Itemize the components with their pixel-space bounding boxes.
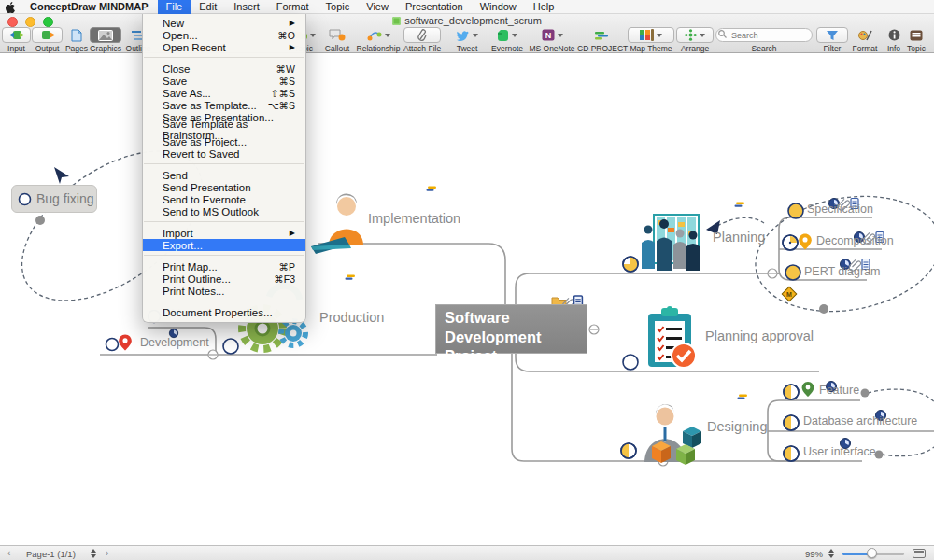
pages-button[interactable]: Pages <box>64 27 90 53</box>
menu-item-close[interactable]: Close⌘W <box>143 63 305 75</box>
progress-ui-50 <box>784 446 799 461</box>
topic-decomposition[interactable]: Decomposition <box>816 234 894 247</box>
menu-view[interactable]: View <box>358 0 397 14</box>
next-page-button[interactable]: › <box>106 548 108 558</box>
zoom-slider-handle[interactable] <box>867 548 877 558</box>
menu-file[interactable]: File <box>158 0 191 14</box>
menu-item-revert-to-saved[interactable]: Revert to Saved <box>143 147 305 160</box>
file-menu-dropdown: New▶ Open...⌘O Open Recent▶ Close⌘W Save… <box>142 14 306 323</box>
menu-presentation[interactable]: Presentation <box>397 0 472 14</box>
ms-onenote-button[interactable]: N MS OneNote <box>529 27 575 53</box>
callout-icon <box>329 29 346 41</box>
menu-window[interactable]: Window <box>472 0 525 14</box>
svg-text:M: M <box>786 291 792 298</box>
evernote-button[interactable]: Evernote <box>488 27 527 53</box>
callout-button[interactable]: Callout <box>319 27 355 53</box>
topic-planning[interactable]: Planning <box>713 230 765 245</box>
format-button[interactable]: Format <box>848 27 882 53</box>
menu-item-document-properties[interactable]: Document Properties... <box>143 306 305 318</box>
relationship-button[interactable]: Relationship <box>355 27 402 53</box>
topic-planning-approval[interactable]: Planning approval <box>705 329 814 343</box>
output-icon <box>40 29 55 41</box>
collapse-handle[interactable] <box>208 350 218 359</box>
filter-icon <box>827 30 838 41</box>
menu-separator <box>144 301 304 301</box>
toolbar: software_development_scrum Input Output … <box>0 14 934 53</box>
link-dot-feature[interactable] <box>861 389 870 398</box>
menu-item-save-as-template[interactable]: Save as Template...⌥⌘S <box>143 99 305 111</box>
menu-item-import[interactable]: Import▶ <box>143 227 305 239</box>
search-input[interactable] <box>715 28 813 42</box>
zoom-stepper[interactable] <box>828 549 836 558</box>
menu-item-print-outline[interactable]: Print Outline...⌘F3 <box>143 273 305 285</box>
cd-project-button[interactable]: CD PROJECT <box>577 27 626 53</box>
topic-pert-diagram[interactable]: PERT diagram <box>804 265 881 278</box>
document-icon <box>392 17 401 25</box>
menu-item-send-to-ms-outlook[interactable]: Send to MS Outlook <box>143 205 305 217</box>
progress-decomposition-clock <box>783 235 798 250</box>
map-theme-icon <box>640 29 654 41</box>
topic-feature[interactable]: Feature <box>819 384 859 397</box>
topic-database-architecture[interactable]: Database architecture <box>803 414 917 427</box>
paperclip-icon <box>417 29 427 41</box>
prev-page-button[interactable]: ‹ <box>7 548 10 558</box>
mindmap-graphics: M <box>0 0 934 560</box>
milestone-badge: M <box>782 287 797 301</box>
menu-item-send[interactable]: Send <box>143 169 305 181</box>
topic-bug-fixing[interactable]: Bug fixing <box>11 185 97 213</box>
input-button[interactable]: Input <box>2 27 31 53</box>
menu-item-send-to-evernote[interactable]: Send to Evernote <box>143 193 305 205</box>
menu-item-open-recent[interactable]: Open Recent▶ <box>143 41 305 53</box>
planning-approval-illustration-icon <box>648 306 696 368</box>
collapse-handle[interactable] <box>768 269 777 278</box>
topic-development[interactable]: Development <box>140 336 209 349</box>
menu-topic[interactable]: Topic <box>318 0 359 14</box>
menu-item-export[interactable]: Export... <box>143 239 305 251</box>
menu-item-print-notes[interactable]: Print Notes... <box>143 285 305 297</box>
menu-help[interactable]: Help <box>525 0 563 14</box>
pin-green-icon <box>802 382 814 397</box>
chevron-down-icon <box>657 34 662 37</box>
cd-project-icon <box>594 30 609 41</box>
topic-panel-button[interactable]: Topic <box>902 27 930 53</box>
page-indicator: Page-1 (1/1) <box>26 549 76 559</box>
menu-format[interactable]: Format <box>268 0 318 14</box>
topic-specification[interactable]: Specification <box>807 203 873 216</box>
link-dot-bugfix[interactable] <box>35 216 45 225</box>
menu-item-print-map[interactable]: Print Map...⌘P <box>143 260 305 273</box>
topic-designing[interactable]: Designing <box>707 419 768 434</box>
graphics-icon <box>98 30 113 41</box>
chevron-down-icon <box>558 34 563 37</box>
link-dot-ellipse[interactable] <box>819 304 828 314</box>
dashed-link-planning[interactable] <box>717 217 764 226</box>
arrange-button[interactable]: Arrange <box>676 27 714 53</box>
apple-menu-icon[interactable] <box>0 0 21 12</box>
collapse-handle[interactable] <box>589 325 599 334</box>
topic-production[interactable]: Production <box>319 310 384 325</box>
app-name[interactable]: ConceptDraw MINDMAP <box>21 1 158 12</box>
menu-item-send-presentation[interactable]: Send Presentation <box>143 181 305 193</box>
output-button[interactable]: Output <box>32 27 63 53</box>
attach-file-button[interactable]: Attach File <box>403 27 441 53</box>
menu-item-save-as[interactable]: Save As...⇧⌘S <box>143 87 305 99</box>
menu-separator <box>144 163 304 164</box>
menu-separator <box>144 255 304 256</box>
tweet-button[interactable]: Tweet <box>448 27 486 53</box>
dashed-link-ui-db[interactable] <box>882 428 934 456</box>
system-menu-bar: ConceptDraw MINDMAP File Edit Insert For… <box>0 0 934 14</box>
menu-insert[interactable]: Insert <box>225 0 268 14</box>
menu-edit[interactable]: Edit <box>191 0 225 14</box>
central-topic[interactable]: Software Development Project <box>435 304 587 354</box>
menu-item-save-template-as-brainstorm[interactable]: Save Template as Brainstorm... <box>143 123 305 135</box>
menu-item-save[interactable]: Save⌘S <box>143 75 305 87</box>
menu-item-open[interactable]: Open...⌘O <box>143 29 305 41</box>
topic-user-interface[interactable]: User interface <box>803 445 876 458</box>
page-stepper[interactable] <box>90 549 98 558</box>
filter-button[interactable]: Filter <box>816 27 848 53</box>
menu-item-new[interactable]: New▶ <box>143 17 305 29</box>
topic-implementation[interactable]: Implementation <box>368 211 460 226</box>
graphics-button[interactable]: Graphics <box>90 27 121 53</box>
branch-implementation <box>318 244 505 305</box>
fit-page-icon[interactable] <box>913 549 926 558</box>
map-theme-button[interactable]: Map Theme <box>628 27 674 53</box>
